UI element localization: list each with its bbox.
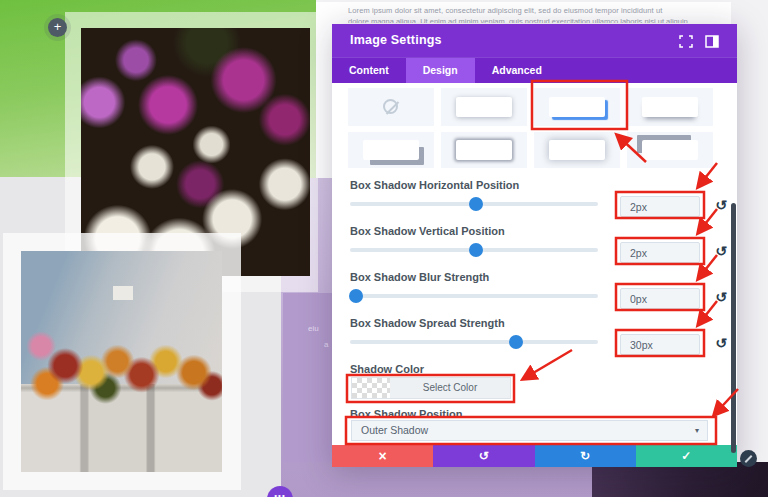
reset-icon[interactable]: ↺ [710,287,732,308]
spread-strength-input[interactable] [620,334,700,355]
screen: Lorem ipsum dolor sit amet, consectetur … [0,0,768,497]
blur-strength-input[interactable] [620,288,700,309]
horizontal-position-input[interactable] [620,196,700,217]
flower-market-photo[interactable] [21,251,222,472]
spread-strength-slider[interactable] [350,340,598,344]
shadow-preset-soft[interactable] [441,88,527,126]
lorem-text-line2: dolore magna aliqua. Ut enim ad minim ve… [348,17,728,23]
lorem-text-line1: Lorem ipsum dolor sit amet, consectetur … [348,6,728,15]
modal-header[interactable]: Image Settings [332,24,737,57]
redo-button[interactable]: ↻ [535,445,636,467]
shadow-preset-offset-bottom-right[interactable] [348,132,434,168]
image-settings-modal: Image Settings Content Design Advanced [332,24,737,467]
horizontal-position-label: Box Shadow Horizontal Position [350,179,519,191]
tab-content[interactable]: Content [332,58,406,83]
save-button[interactable]: ✓ [636,445,737,467]
reset-icon[interactable]: ↺ [710,333,732,354]
clipped-text: a [324,340,328,349]
shadow-preset-ring[interactable] [441,132,527,168]
modal-tab-bar: Content Design Advanced [332,57,737,83]
slider-handle[interactable] [469,197,483,211]
select-color-label: Select Color [390,378,510,398]
tab-design[interactable]: Design [406,58,475,83]
box-shadow-position-select[interactable]: Outer Shadow ▾ [351,420,708,441]
shadow-preset-glow[interactable] [534,132,620,168]
slider-handle[interactable] [509,335,523,349]
spread-strength-label: Box Shadow Spread Strength [350,317,505,329]
tab-advanced[interactable]: Advanced [475,58,559,83]
add-section-button[interactable]: + [48,18,67,37]
reset-icon[interactable]: ↺ [710,195,732,216]
shadow-preset-offset-top-left[interactable] [627,132,713,168]
modal-title: Image Settings [350,33,442,47]
cancel-button[interactable]: × [332,445,433,467]
vertical-position-slider[interactable] [350,248,598,252]
undo-button[interactable]: ↺ [433,445,534,467]
transparency-checker-swatch [352,378,390,398]
selected-option-label: Outer Shadow [361,424,428,436]
chevron-down-icon: ▾ [695,421,699,440]
blur-strength-label: Box Shadow Blur Strength [350,271,489,283]
dock-modal-icon[interactable] [705,34,719,47]
modal-scrollbar[interactable] [731,203,736,453]
shadow-color-label: Shadow Color [350,363,424,375]
expand-modal-icon[interactable] [679,34,693,47]
shadow-preset-bottom[interactable] [627,88,713,126]
no-shadow-icon [383,99,398,114]
vertical-position-label: Box Shadow Vertical Position [350,225,505,237]
shadow-color-picker-button[interactable]: Select Color [351,377,511,399]
box-shadow-position-label: Box Shadow Position [350,408,462,420]
slider-handle[interactable] [469,243,483,257]
modal-footer: × ↺ ↻ ✓ [332,445,737,467]
vertical-position-input[interactable] [620,242,700,263]
blur-strength-slider[interactable] [350,294,598,298]
clipped-text: eiu [308,324,319,333]
reset-icon[interactable]: ↺ [710,241,732,262]
slider-handle[interactable] [349,289,363,303]
dark-purple-section-background [592,462,768,497]
shadow-preset-none[interactable] [348,88,434,126]
shadow-preset-bottom-right-selected[interactable] [534,88,620,126]
resize-handle-icon[interactable] [740,450,757,467]
horizontal-position-slider[interactable] [350,202,598,206]
